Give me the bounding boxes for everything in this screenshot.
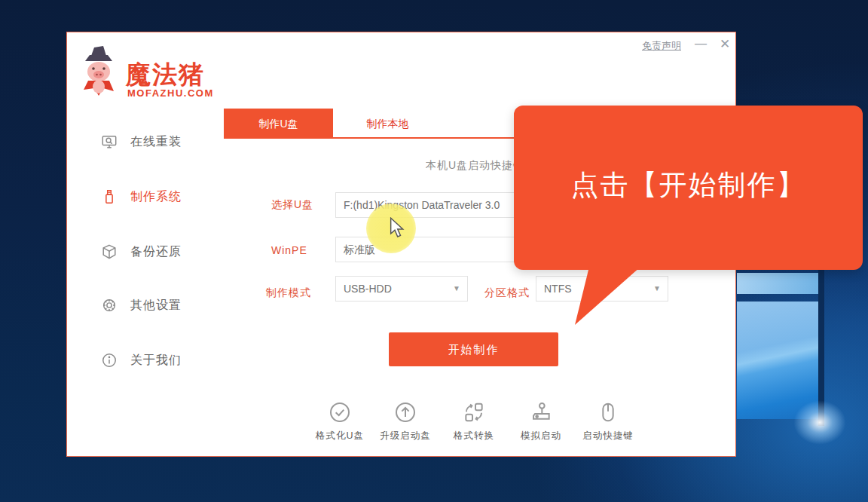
joystick-icon <box>529 400 553 424</box>
desktop: 魔法猪 MOFAZHU.COM 免责声明 — ✕ 在线重装 制作系统 <box>0 0 868 502</box>
sidebar-item-about-us[interactable]: 关于我们 <box>67 349 224 373</box>
minimize-button[interactable]: — <box>692 38 709 52</box>
check-circle-icon <box>328 400 352 424</box>
close-button[interactable]: ✕ <box>717 37 733 52</box>
tab-make-local[interactable]: 制作本地 <box>333 109 442 139</box>
tool-label: 格式转换 <box>438 430 510 442</box>
disclaimer-link[interactable]: 免责声明 <box>642 39 681 53</box>
start-make-button[interactable]: 开始制作 <box>389 332 558 366</box>
sidebar-item-label: 关于我们 <box>130 353 182 369</box>
sidebar-item-label: 在线重装 <box>130 134 182 150</box>
tool-format-usb[interactable]: 格式化U盘 <box>304 400 376 442</box>
pig-wizard-mascot-icon <box>78 44 120 99</box>
wallpaper-window-pane-top <box>737 273 818 294</box>
make-mode-value: USB-HDD <box>344 283 392 295</box>
sidebar-item-online-reinstall[interactable]: 在线重装 <box>67 130 224 155</box>
tutorial-callout: 点击【开始制作】 <box>514 106 863 270</box>
tab-make-usb[interactable]: 制作U盘 <box>224 109 333 139</box>
sidebar-item-label: 制作系统 <box>130 189 182 205</box>
usb-drive-icon <box>101 188 118 205</box>
tool-boot-hotkey[interactable]: 启动快捷键 <box>572 400 644 442</box>
wallpaper-glow <box>784 392 868 460</box>
select-usb-value: F:(hd1)Kingston DataTraveler 3.0 <box>344 199 500 211</box>
mouse-icon <box>596 400 620 424</box>
tool-simulate-boot[interactable]: 模拟启动 <box>505 400 577 442</box>
arrow-up-circle-icon <box>393 400 417 424</box>
chevron-down-icon: ▼ <box>653 277 661 301</box>
monitor-reinstall-icon <box>101 133 118 150</box>
tool-label: 启动快捷键 <box>572 430 644 442</box>
sidebar-item-backup-restore[interactable]: 备份还原 <box>67 240 224 265</box>
app-logo: 魔法猪 MOFAZHU.COM <box>78 44 243 105</box>
tool-label: 升级启动盘 <box>369 430 442 442</box>
info-icon <box>101 352 118 369</box>
callout-tail <box>571 267 646 327</box>
tool-label: 格式化U盘 <box>304 430 376 442</box>
chevron-down-icon: ▼ <box>453 277 460 301</box>
select-usb-label: 选择U盘 <box>271 198 313 212</box>
usb-boot-hotkey-label: 本机U盘启动快捷键: <box>255 159 528 173</box>
winpe-label: WinPE <box>271 244 307 256</box>
sidebar-item-make-system[interactable]: 制作系统 <box>67 185 224 210</box>
logo-subtitle: MOFAZHU.COM <box>127 87 214 99</box>
sidebar-item-label: 备份还原 <box>130 244 182 260</box>
sidebar-item-label: 其他设置 <box>130 298 182 314</box>
mouse-cursor-icon <box>389 217 407 238</box>
make-mode-dropdown[interactable]: USB-HDD ▼ <box>335 276 468 302</box>
winpe-value: 标准版 <box>344 243 375 256</box>
tool-label: 模拟启动 <box>505 430 577 442</box>
backup-restore-icon <box>101 243 118 260</box>
partition-format-label: 分区格式 <box>484 286 530 300</box>
tool-format-convert[interactable]: 格式转换 <box>438 400 510 442</box>
sidebar-item-other-settings[interactable]: 其他设置 <box>67 294 224 318</box>
format-convert-icon <box>462 400 486 424</box>
settings-gear-icon <box>101 297 118 314</box>
tool-upgrade-boot-disk[interactable]: 升级启动盘 <box>369 400 442 442</box>
partition-format-value: NTFS <box>544 283 572 295</box>
callout-text: 点击【开始制作】 <box>571 167 806 204</box>
make-mode-label: 制作模式 <box>266 286 311 300</box>
